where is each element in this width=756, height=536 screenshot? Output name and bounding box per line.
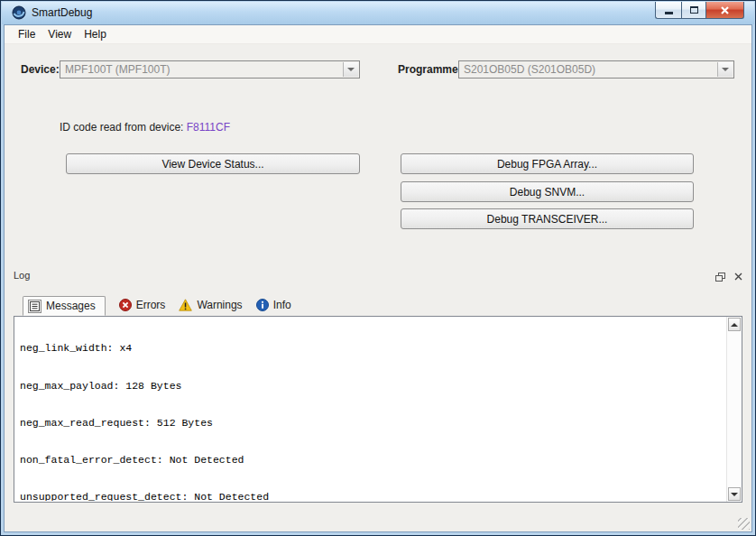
tab-info[interactable]: Info — [256, 296, 291, 316]
log-line: neg_link_width: x4 — [20, 342, 724, 355]
log-tab-bar: Messages Errors Warnings — [23, 295, 291, 316]
debug-fpga-array-button[interactable]: Debug FPGA Array... — [401, 153, 694, 174]
info-circle-icon — [256, 299, 269, 311]
messages-list-icon — [28, 300, 41, 313]
close-icon — [720, 5, 730, 15]
tab-messages-label: Messages — [46, 300, 96, 312]
float-panel-button[interactable] — [714, 271, 726, 282]
chevron-down-icon — [722, 68, 729, 71]
menu-view[interactable]: View — [41, 26, 78, 42]
programmer-combobox-value: S201OB05D (S201OB05D) — [464, 63, 595, 76]
close-panel-button[interactable] — [732, 271, 744, 282]
smartdebug-app-icon — [12, 5, 26, 20]
tab-info-label: Info — [273, 299, 291, 311]
minimize-icon — [665, 12, 673, 14]
triangle-down-icon — [731, 493, 738, 496]
device-label: Device: — [21, 63, 60, 76]
warning-triangle-icon — [179, 299, 192, 311]
error-circle-icon — [119, 299, 132, 311]
window-controls — [655, 2, 744, 19]
log-lines: neg_link_width: x4 neg_max_payload: 128 … — [20, 318, 724, 501]
tab-warnings[interactable]: Warnings — [179, 296, 242, 316]
tab-errors[interactable]: Errors — [119, 296, 166, 316]
log-dock-controls — [714, 271, 744, 282]
menu-bar: File View Help — [5, 25, 751, 44]
programmer-combobox-dropdown[interactable] — [717, 62, 733, 77]
triangle-up-icon — [731, 323, 738, 327]
log-line: non_fatal_error_detect: Not Detected — [20, 454, 724, 467]
device-combobox-dropdown[interactable] — [343, 62, 358, 77]
view-device-status-button[interactable]: View Device Status... — [66, 153, 360, 174]
log-line: neg_max_payload: 128 Bytes — [20, 380, 724, 393]
chevron-down-icon — [347, 68, 355, 71]
maximize-button[interactable] — [681, 2, 706, 19]
idcode-line: ID code read from device: F8111CF — [60, 121, 230, 134]
window-title: SmartDebug — [32, 6, 92, 19]
title-bar[interactable]: SmartDebug — [2, 2, 754, 24]
device-combobox[interactable]: MPF100T (MPF100T) — [60, 60, 360, 79]
programmer-label: Programmer: — [398, 63, 466, 76]
resize-grip[interactable] — [738, 518, 750, 530]
scroll-up-button[interactable] — [728, 318, 741, 331]
log-line: neg_max_read_request: 512 Bytes — [20, 417, 724, 430]
device-combobox-value: MPF100T (MPF100T) — [65, 63, 170, 76]
idcode-label: ID code read from device: — [60, 121, 183, 134]
tab-messages[interactable]: Messages — [23, 296, 106, 316]
tab-errors-label: Errors — [136, 299, 166, 311]
minimize-button[interactable] — [655, 2, 681, 19]
log-line: unsupported_request_detect: Not Detected — [20, 491, 724, 501]
menu-file[interactable]: File — [12, 26, 41, 42]
idcode-value: F8111CF — [187, 121, 230, 134]
maximize-icon — [690, 6, 698, 14]
vertical-scrollbar[interactable] — [726, 317, 742, 502]
debug-transceiver-button[interactable]: Debug TRANSCEIVER... — [401, 208, 694, 229]
log-text-area[interactable]: neg_link_width: x4 neg_max_payload: 128 … — [14, 316, 742, 503]
programmer-combobox[interactable]: S201OB05D (S201OB05D) — [458, 60, 734, 79]
tab-warnings-label: Warnings — [197, 299, 242, 311]
log-panel-title: Log — [14, 270, 30, 281]
scroll-down-button[interactable] — [728, 487, 741, 501]
float-panel-icon — [715, 273, 725, 282]
debug-snvm-button[interactable]: Debug SNVM... — [401, 181, 694, 202]
close-panel-icon — [734, 273, 742, 281]
close-button[interactable] — [706, 2, 744, 19]
window-content: File View Help Device: MPF100T (MPF100T)… — [4, 24, 752, 532]
smartdebug-window: SmartDebug File View Help Device: MPF100… — [0, 0, 756, 536]
menu-help[interactable]: Help — [78, 26, 113, 42]
